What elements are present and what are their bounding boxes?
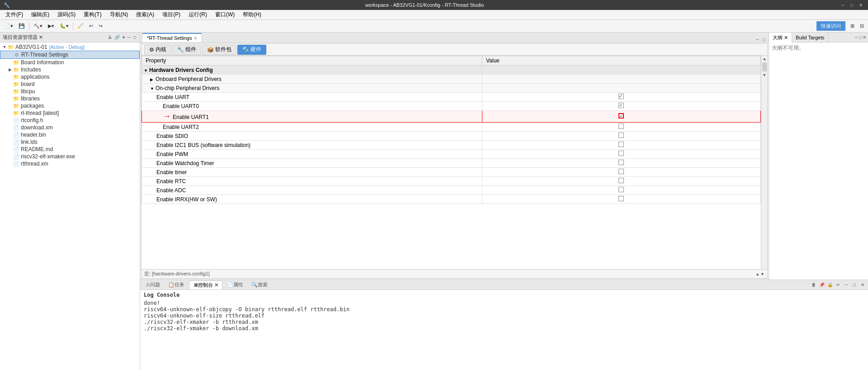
menu-item-T[interactable]: 重构(T) [80, 10, 105, 19]
table-row-3[interactable]: Enable UART [142, 93, 761, 102]
sub-tab-hardware[interactable]: 🔩 硬件 [237, 45, 266, 55]
debug-btn[interactable]: 🐛▾ [57, 21, 71, 31]
expand-arrow-0[interactable]: ▼ [144, 68, 149, 73]
table-row-2[interactable]: ▼ On-chip Peripheral Drivers [142, 84, 761, 93]
redo-btn[interactable]: ↪ [96, 21, 105, 31]
sub-tab-kernel[interactable]: ⚙ 内核 [144, 45, 171, 55]
run-btn[interactable]: ▶▾ [46, 21, 57, 31]
tree-item-6[interactable]: 📁libcpu [0, 88, 140, 95]
checkbox-4[interactable] [618, 103, 624, 108]
checkbox-6[interactable] [618, 123, 624, 129]
menu-item-H[interactable]: 帮助(H) [239, 10, 265, 19]
menu-item-S[interactable]: 源码(S) [54, 10, 79, 19]
tree-item-8[interactable]: 📁packages [0, 102, 140, 109]
scroll-lock-btn[interactable]: 🔒 [826, 281, 834, 289]
checkbox-9[interactable] [618, 151, 624, 156]
scroll-down-btn[interactable]: ▼ [761, 72, 767, 78]
scroll-up-btn[interactable]: ▲ [761, 56, 767, 62]
tree-item-10[interactable]: 📄rtconfig.h [0, 117, 140, 124]
word-wrap-btn[interactable]: ↵ [835, 281, 842, 289]
table-row-4[interactable]: Enable UART0 [142, 102, 761, 111]
vertical-scrollbar[interactable]: ▲ ▼ [761, 56, 767, 269]
checkbox-10[interactable] [618, 160, 624, 165]
link-editor-icon[interactable]: 🔗 [113, 34, 121, 40]
settings-tab[interactable]: *RT-Thread Settings ✕ [142, 33, 202, 42]
tree-item-12[interactable]: 📄header.bin [0, 131, 140, 138]
collapse-all-icon[interactable]: ⇊ [107, 34, 113, 40]
settings-scroll[interactable]: Property Value ▼ Hardware Drivers Config… [142, 56, 761, 269]
bottom-max-btn[interactable]: □ [851, 281, 858, 289]
table-row-12[interactable]: Enable RTC [142, 177, 761, 186]
outline-tab[interactable]: 大纲 ✕ [769, 33, 792, 43]
table-row-7[interactable]: Enable SDIO [142, 132, 761, 141]
menu-item-R[interactable]: 运行(R) [185, 10, 211, 19]
right-panel-min[interactable]: ─ [855, 35, 858, 40]
table-row-9[interactable]: Enable PWM [142, 150, 761, 159]
undo-btn[interactable]: ↩ [87, 21, 95, 31]
status-scroll-up[interactable]: ▲ [755, 272, 760, 276]
right-panel-max[interactable]: □ [859, 35, 862, 40]
tab-ctrl-min[interactable]: ─ [755, 37, 760, 42]
tree-item-9[interactable]: 📁rt-thread [latest] [0, 109, 140, 117]
tree-item-16[interactable]: 📄rtthread.xm [0, 160, 140, 167]
checkbox-5[interactable] [618, 113, 624, 119]
checkbox-14[interactable] [618, 196, 624, 201]
table-row-6[interactable]: Enable UART2 [142, 123, 761, 132]
sub-tab-package[interactable]: 📦 软件包 [202, 45, 236, 55]
clear-console-btn[interactable]: 🗑 [810, 281, 817, 289]
tree-item-2[interactable]: 📁Board Information [0, 59, 140, 66]
tree-item-7[interactable]: 📁libraries [0, 95, 140, 102]
sub-tab-component[interactable]: 🔧 组件 [172, 45, 201, 55]
menu-item-N[interactable]: 导航(N) [106, 10, 132, 19]
tree-item-13[interactable]: 📄link.lds [0, 138, 140, 146]
minimize-panel-icon[interactable]: ─ [127, 34, 132, 40]
table-row-0[interactable]: ▼ Hardware Drivers Config [142, 66, 761, 75]
menu-item-W[interactable]: 窗口(W) [212, 10, 238, 19]
expand-arrow-1[interactable]: ▶ [150, 77, 156, 82]
maximize-panel-icon[interactable]: □ [132, 34, 137, 40]
bottom-close-btn[interactable]: ✕ [859, 281, 866, 289]
menu-item-E[interactable]: 编辑(E) [28, 10, 53, 19]
tree-item-0[interactable]: ▼📁AB32VG1-01[Active - Debug] [0, 43, 140, 51]
right-panel-close[interactable]: ✕ [863, 35, 866, 40]
properties-tab[interactable]: 📄 属性 [223, 280, 247, 289]
menu-item-P[interactable]: 项目(P) [159, 10, 184, 19]
close-button[interactable]: ✕ [857, 1, 864, 9]
tasks-tab[interactable]: 📋 任务 [165, 280, 188, 289]
tree-item-15[interactable]: 📄riscv32-elf-xmaker.exe [0, 153, 140, 160]
table-row-14[interactable]: Enable IRRX(HW or SW) [142, 195, 761, 204]
save-btn[interactable]: 💾 [16, 21, 27, 31]
table-row-1[interactable]: ▶ Onboard Peripheral Drivers [142, 75, 761, 84]
table-row-10[interactable]: Enable Watchdog Timer [142, 159, 761, 168]
table-row-8[interactable]: Enable I2C1 BUS (software simulation) [142, 141, 761, 150]
toolbar-extra-2[interactable]: ⊟ [858, 21, 866, 31]
maximize-button[interactable]: □ [848, 1, 855, 9]
problems-tab[interactable]: ⚠ 问题 [142, 280, 164, 289]
tree-item-1[interactable]: ⚙RT-Thread Settings [0, 51, 140, 59]
checkbox-12[interactable] [618, 178, 624, 183]
tree-item-5[interactable]: 📁board [0, 81, 140, 88]
checkbox-7[interactable] [618, 133, 624, 138]
panel-menu-icon[interactable]: ▾ [122, 34, 126, 40]
table-row-11[interactable]: Enable timer [142, 168, 761, 177]
tab-ctrl-max[interactable]: □ [761, 37, 767, 42]
table-row-13[interactable]: Enable ADC [142, 186, 761, 195]
toolbar-extra-1[interactable]: ⊞ [848, 21, 857, 31]
scroll-thumb[interactable] [762, 62, 767, 71]
menu-item-F[interactable]: 文件(F) [2, 10, 27, 19]
settings-tab-close[interactable]: ✕ [193, 36, 197, 41]
quick-access-button[interactable]: 快速访问 [816, 21, 845, 31]
new-btn[interactable]: 📄▾ [2, 21, 15, 31]
checkbox-11[interactable] [618, 169, 624, 174]
tree-item-3[interactable]: ▶📁Includes [0, 66, 140, 73]
table-row-5[interactable]: →Enable UART1 [142, 111, 761, 123]
expand-arrow-2[interactable]: ▼ [150, 86, 156, 91]
minimize-button[interactable]: ─ [839, 1, 846, 9]
status-scroll-down[interactable]: ▼ [760, 272, 764, 276]
bottom-min-btn[interactable]: ─ [843, 281, 850, 289]
console-tab[interactable]: 🖥 控制台 ✕ [189, 280, 222, 289]
tree-item-4[interactable]: 📁applications [0, 73, 140, 81]
pin-console-btn[interactable]: 📌 [818, 281, 826, 289]
checkbox-3[interactable] [618, 94, 624, 99]
menu-item-A[interactable]: 搜索(A) [132, 10, 158, 19]
